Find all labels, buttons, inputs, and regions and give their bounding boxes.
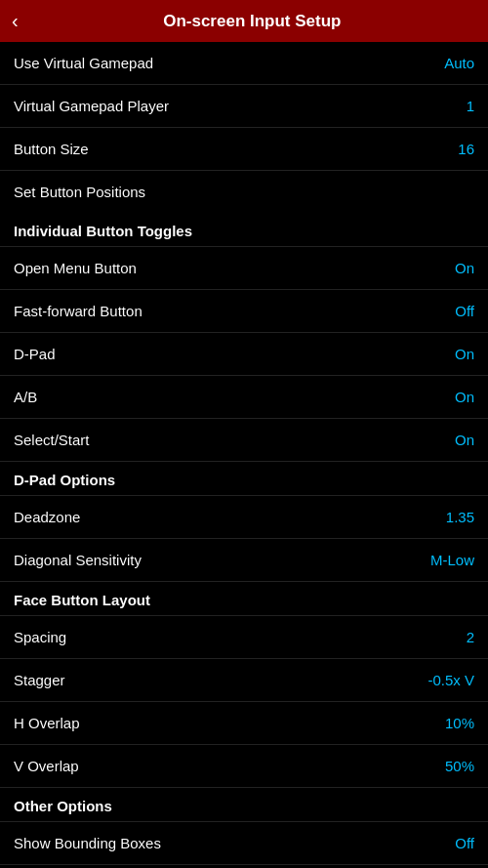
row-v-overlap[interactable]: V Overlap 50%: [0, 745, 488, 788]
row-button-size[interactable]: Button Size 16: [0, 128, 488, 171]
row-deadzone[interactable]: Deadzone 1.35: [0, 496, 488, 539]
value-fast-forward-button: Off: [455, 303, 474, 319]
app-header: ‹ On-screen Input Setup: [0, 0, 488, 42]
section-individual-button-toggles: Individual Button Toggles: [0, 213, 488, 247]
label-ab: A/B: [14, 389, 37, 405]
label-use-virtual-gamepad: Use Virtual Gamepad: [14, 55, 153, 71]
row-stagger[interactable]: Stagger -0.5x V: [0, 659, 488, 702]
value-virtual-gamepad-player: 1: [467, 98, 474, 114]
label-fast-forward-button: Fast-forward Button: [14, 303, 142, 319]
section-other-options: Other Options: [0, 788, 488, 822]
label-spacing: Spacing: [14, 629, 66, 645]
value-use-virtual-gamepad: Auto: [444, 55, 474, 71]
value-button-size: 16: [458, 141, 474, 157]
value-h-overlap: 10%: [445, 715, 474, 731]
label-v-overlap: V Overlap: [14, 758, 79, 774]
label-deadzone: Deadzone: [14, 509, 80, 525]
label-select-start: Select/Start: [14, 432, 90, 448]
row-virtual-gamepad-player[interactable]: Virtual Gamepad Player 1: [0, 85, 488, 128]
page-title: On-screen Input Setup: [28, 12, 476, 31]
section-label-d-pad-options: D-Pad Options: [14, 472, 115, 488]
row-h-overlap[interactable]: H Overlap 10%: [0, 702, 488, 745]
section-label-individual-button-toggles: Individual Button Toggles: [14, 223, 192, 239]
row-d-pad[interactable]: D-Pad On: [0, 333, 488, 376]
value-show-bounding-boxes: Off: [455, 835, 474, 851]
label-set-button-positions: Set Button Positions: [14, 184, 145, 200]
row-fast-forward-button[interactable]: Fast-forward Button Off: [0, 290, 488, 333]
row-use-virtual-gamepad[interactable]: Use Virtual Gamepad Auto: [0, 42, 488, 85]
row-select-start[interactable]: Select/Start On: [0, 419, 488, 462]
label-diagonal-sensitivity: Diagonal Sensitivity: [14, 552, 142, 568]
label-h-overlap: H Overlap: [14, 715, 80, 731]
value-v-overlap: 50%: [445, 758, 474, 774]
row-diagonal-sensitivity[interactable]: Diagonal Sensitivity M-Low: [0, 539, 488, 582]
label-open-menu-button: Open Menu Button: [14, 260, 137, 276]
label-button-size: Button Size: [14, 141, 89, 157]
value-d-pad: On: [455, 346, 474, 362]
value-deadzone: 1.35: [446, 509, 474, 525]
top-rows: Use Virtual Gamepad Auto Virtual Gamepad…: [0, 42, 488, 213]
label-stagger: Stagger: [14, 672, 65, 688]
row-open-menu-button[interactable]: Open Menu Button On: [0, 247, 488, 290]
row-spacing[interactable]: Spacing 2: [0, 616, 488, 659]
row-show-bounding-boxes[interactable]: Show Bounding Boxes Off: [0, 822, 488, 865]
back-button[interactable]: ‹: [12, 10, 19, 32]
value-spacing: 2: [467, 629, 474, 645]
value-stagger: -0.5x V: [427, 672, 474, 688]
section-face-button-layout: Face Button Layout: [0, 582, 488, 616]
section-label-other-options: Other Options: [14, 798, 112, 814]
label-d-pad: D-Pad: [14, 346, 56, 362]
section-d-pad-options: D-Pad Options: [0, 462, 488, 496]
label-show-bounding-boxes: Show Bounding Boxes: [14, 835, 161, 851]
value-ab: On: [455, 389, 474, 405]
row-set-button-positions[interactable]: Set Button Positions: [0, 171, 488, 213]
section-label-face-button-layout: Face Button Layout: [14, 592, 150, 608]
value-diagonal-sensitivity: M-Low: [430, 552, 474, 568]
value-open-menu-button: On: [455, 260, 474, 276]
label-virtual-gamepad-player: Virtual Gamepad Player: [14, 98, 169, 114]
value-select-start: On: [455, 432, 474, 448]
row-ab[interactable]: A/B On: [0, 376, 488, 419]
